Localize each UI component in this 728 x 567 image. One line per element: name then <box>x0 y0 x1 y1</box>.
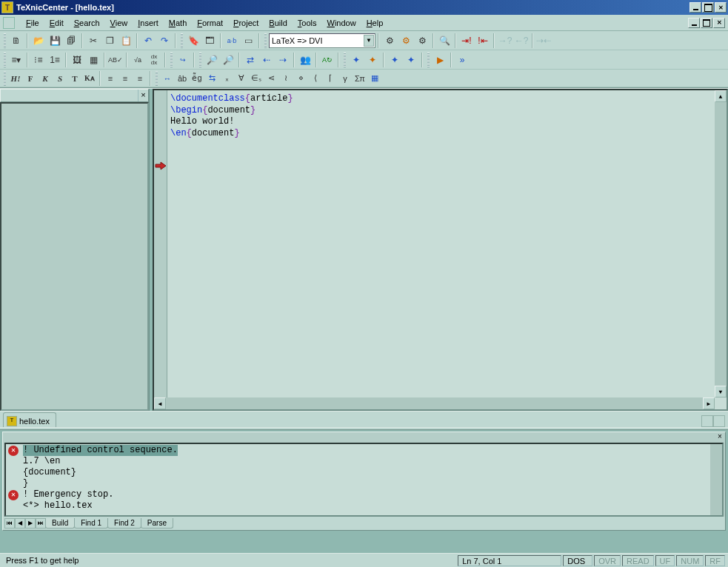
bookmark-add-button[interactable]: ✦ <box>348 52 364 68</box>
toolbar-grip[interactable] <box>156 71 158 86</box>
toggle-bookmark-button[interactable]: 🔖 <box>185 33 201 49</box>
math-tilde-button[interactable]: ễg <box>190 71 204 86</box>
frac-button[interactable]: dxdx <box>146 52 162 68</box>
output-tab-find-1[interactable]: Find 1 <box>74 518 108 529</box>
prev-error-button[interactable]: ←? <box>513 33 530 49</box>
find-button[interactable]: 🔎 <box>204 52 220 68</box>
math-greek-button[interactable]: γ <box>338 71 353 86</box>
redo-button[interactable]: ↷ <box>156 33 173 49</box>
math-in-button[interactable]: ∈ₛ <box>249 71 264 86</box>
menu-file[interactable]: File <box>21 17 44 29</box>
bookmark-prev-button[interactable]: ✦ <box>403 52 419 68</box>
menu-search[interactable]: Search <box>69 17 105 29</box>
enumerate-button[interactable]: 1≡ <box>47 52 63 68</box>
scroll-down-button[interactable]: ▼ <box>715 386 727 397</box>
editor-horizontal-scrollbar[interactable]: ◀ ▶ <box>154 397 715 409</box>
menu-build[interactable]: Build <box>264 17 292 29</box>
menu-view[interactable]: View <box>105 17 133 29</box>
math-sym-button[interactable]: ⋄ <box>293 71 308 86</box>
emph-button[interactable]: H! <box>8 71 23 86</box>
output-tab-first-button[interactable]: ⏮ <box>4 518 15 529</box>
menu-edit[interactable]: Edit <box>44 17 69 29</box>
toolbar-grip[interactable] <box>4 71 6 86</box>
find-files-button[interactable]: 👥 <box>297 52 313 68</box>
math-matrix-button[interactable]: ▦ <box>367 71 382 86</box>
navigator-tree[interactable] <box>0 102 149 411</box>
build-view-button[interactable]: ⚙ <box>398 33 414 49</box>
output-body[interactable]: ✕! Undefined control sequence.l.7 \en {d… <box>4 443 724 517</box>
cut-button[interactable]: ✂ <box>85 33 101 49</box>
sections-button[interactable]: ≡▾ <box>8 52 24 68</box>
find-brace-button[interactable]: A↻ <box>319 52 335 68</box>
spellcheck-button[interactable]: AB✓ <box>107 52 124 68</box>
math-sub-button[interactable]: ₓ <box>219 71 234 86</box>
math-vec-button[interactable]: ↔ <box>160 71 175 86</box>
replace-button[interactable]: ⇄ <box>242 52 258 68</box>
open-button[interactable]: 📂 <box>30 33 47 49</box>
menu-help[interactable]: Help <box>361 17 389 29</box>
stop-build-button[interactable]: ⇥! <box>458 33 475 49</box>
close-button[interactable] <box>715 2 727 13</box>
output-tab-prev-button[interactable]: ◀ <box>15 518 25 529</box>
itemize-button[interactable]: ⁝≡ <box>30 52 47 68</box>
toolbar-grip[interactable] <box>427 53 430 67</box>
find-next-button[interactable]: 🔎 <box>220 52 236 68</box>
next-error-button[interactable]: →? <box>497 33 513 49</box>
new-file-button[interactable]: 🗎 <box>8 33 24 49</box>
macro-rec-button[interactable]: ▶ <box>432 52 448 68</box>
align-center-button[interactable]: ≡ <box>118 71 133 86</box>
output-tab-next-button[interactable]: ▶ <box>25 518 36 529</box>
bold-button[interactable]: F <box>23 71 38 86</box>
kill-build-button[interactable]: !⇤ <box>475 33 491 49</box>
output-tab-find-2[interactable]: Find 2 <box>107 518 141 529</box>
math-delim-button[interactable]: ⌈ <box>323 71 338 86</box>
smallcaps-button[interactable]: Kᴀ <box>82 71 97 86</box>
output-profile-combo[interactable]: LaTeX => DVI ▼ <box>269 33 375 48</box>
menu-tools[interactable]: Tools <box>293 17 322 29</box>
toolbar-grip[interactable] <box>4 53 6 67</box>
output-tab-parse[interactable]: Parse <box>141 518 173 529</box>
view-output-button[interactable]: 🗔 <box>201 33 218 49</box>
minimize-button[interactable] <box>689 2 701 13</box>
tab-nav-left-button[interactable] <box>701 415 713 427</box>
align-left-button[interactable]: ≡ <box>103 71 118 86</box>
mdi-minimize-button[interactable] <box>688 18 700 28</box>
toolbar-grip[interactable] <box>264 33 267 48</box>
menu-project[interactable]: Project <box>228 17 264 29</box>
paste-button[interactable]: 📋 <box>118 33 134 49</box>
mdi-close-button[interactable] <box>713 18 725 28</box>
math-misc-button[interactable]: ⟨ <box>308 71 323 86</box>
bookmark-next-button[interactable]: ✦ <box>387 52 403 68</box>
figure-button[interactable]: 🖼 <box>69 52 85 68</box>
menu-window[interactable]: Window <box>322 17 361 29</box>
output-close-button[interactable]: × <box>715 432 725 443</box>
insert-env-button[interactable]: ▭ <box>240 33 256 49</box>
toolbar-grip[interactable] <box>199 53 201 67</box>
output-tab-last-button[interactable]: ⏭ <box>36 518 46 529</box>
menu-math[interactable]: Math <box>164 17 192 29</box>
sqrt-button[interactable]: √a <box>130 52 146 68</box>
scroll-left-button[interactable]: ◀ <box>154 397 166 409</box>
macro-play-button[interactable]: » <box>454 52 470 68</box>
save-all-button[interactable]: 🗐 <box>63 33 79 49</box>
slanted-button[interactable]: S <box>53 71 67 86</box>
bookmark-clear-button[interactable]: ✦ <box>364 52 381 68</box>
table-button[interactable]: ▦ <box>85 52 101 68</box>
view-output-file-button[interactable]: 🔍 <box>436 33 453 49</box>
maximize-button[interactable] <box>702 2 714 13</box>
copy-button[interactable]: ❐ <box>101 33 118 49</box>
scroll-up-button[interactable]: ▲ <box>715 90 727 102</box>
toolbar-grip[interactable] <box>4 33 6 48</box>
file-tab-hello[interactable]: T hello.tex <box>3 412 56 427</box>
align-right-button[interactable]: ≡ <box>133 71 147 86</box>
build-button[interactable]: ⚙ <box>381 33 398 49</box>
goto-button[interactable]: ↪ <box>175 52 191 68</box>
toolbar-grip[interactable] <box>344 53 346 67</box>
tab-nav-right-button[interactable] <box>713 415 725 427</box>
find-fwd-button[interactable]: ⇢ <box>275 52 291 68</box>
undo-button[interactable]: ↶ <box>140 33 156 49</box>
find-prev-button[interactable]: ⇠ <box>258 52 275 68</box>
menu-insert[interactable]: Insert <box>133 17 164 29</box>
navigator-close-button[interactable]: × <box>138 90 148 101</box>
menu-format[interactable]: Format <box>192 17 228 29</box>
